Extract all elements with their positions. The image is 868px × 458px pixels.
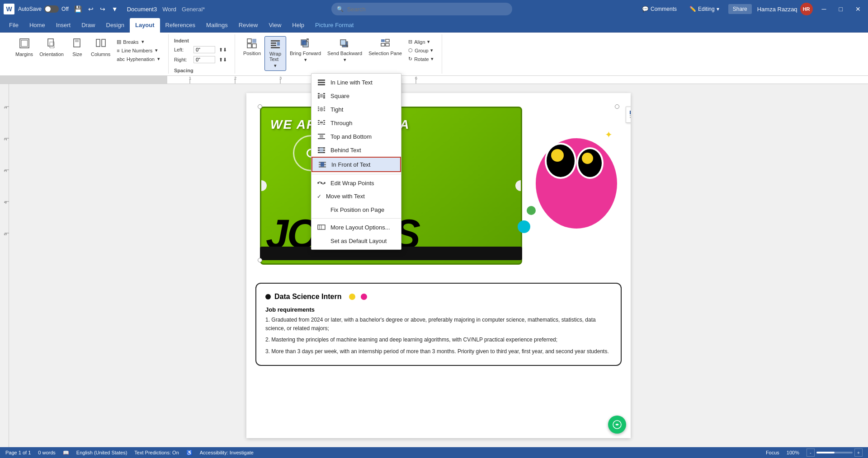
monster-character: ✦ — [513, 102, 622, 274]
margins-icon — [19, 38, 30, 51]
maximize-button[interactable]: □ — [835, 4, 846, 14]
menu-item-inline[interactable]: In Line with Text — [311, 75, 401, 89]
tab-layout[interactable]: Layout — [130, 18, 160, 33]
arrange-small-buttons: ⊟ Align ▾ ⬡ Group ▾ ↻ Rotate ▾ — [406, 36, 436, 63]
svg-rect-74 — [318, 120, 320, 121]
svg-rect-10 — [252, 39, 256, 43]
layout-options-float[interactable] — [626, 107, 631, 123]
wrap-text-button[interactable]: Wrap Text ▾ — [264, 36, 286, 71]
tab-file[interactable]: File — [4, 18, 24, 33]
accessibility-icon: ♿ — [186, 450, 193, 456]
menu-item-fixposition[interactable]: Fix Position on Page — [311, 203, 401, 216]
document-area[interactable]: WE ARE HIRING ✦ A JOIN US — [9, 84, 868, 447]
size-label: Size — [72, 51, 82, 57]
breaks-button[interactable]: ▤ Breaks ▾ — [114, 38, 163, 46]
tab-help[interactable]: Help — [287, 18, 310, 33]
language: English (United States) — [76, 450, 127, 455]
line-numbers-arrow: ▾ — [155, 47, 158, 53]
menu-item-moreoptions[interactable]: More Layout Options... — [311, 220, 401, 234]
send-backward-button[interactable]: Send Backward ▾ — [325, 36, 365, 65]
tab-references[interactable]: References — [160, 18, 201, 33]
svg-rect-53 — [630, 115, 631, 116]
tab-insert[interactable]: Insert — [51, 18, 76, 33]
share-button[interactable]: Share — [728, 4, 752, 14]
columns-button[interactable]: Columns — [88, 36, 113, 59]
autosave-toggle[interactable] — [44, 5, 59, 13]
zoom-controls: - + — [807, 449, 863, 457]
size-button[interactable]: Size — [67, 36, 87, 59]
svg-rect-8 — [102, 39, 105, 47]
selection-pane-button[interactable]: Selection Pane — [366, 36, 405, 58]
orientation-button[interactable]: Orientation — [37, 36, 66, 59]
more-options-icon — [317, 224, 326, 231]
align-button[interactable]: ⊟ Align ▾ — [406, 38, 436, 46]
infront-label: In Front of Text — [331, 161, 370, 168]
monster-eye-right — [545, 143, 576, 179]
minimize-button[interactable]: ─ — [818, 4, 830, 14]
menu-item-square[interactable]: Square — [311, 89, 401, 103]
job-title: Data Science Intern — [265, 293, 612, 301]
indent-left-input[interactable] — [193, 46, 215, 53]
save-button[interactable]: 💾 — [72, 5, 84, 14]
search-area[interactable]: 🔍 — [205, 3, 638, 15]
status-bar: Page 1 of 1 0 words 📖 English (United St… — [0, 447, 868, 458]
menu-item-tight[interactable]: Tight — [311, 103, 401, 116]
indent-right-input[interactable] — [193, 56, 215, 63]
svg-rect-80 — [320, 122, 323, 123]
focus-label[interactable]: Focus — [766, 450, 779, 455]
tab-home[interactable]: Home — [24, 18, 51, 33]
send-backward-label: Send Backward — [327, 51, 362, 56]
search-icon: 🔍 — [337, 6, 344, 12]
position-button[interactable]: Position — [241, 36, 264, 58]
bring-forward-button[interactable]: Bring Forward ▾ — [287, 36, 324, 65]
bring-forward-label: Bring Forward — [290, 51, 321, 56]
page-info: Page 1 of 1 — [5, 450, 31, 455]
menu-item-topbottom[interactable]: Top and Bottom — [311, 130, 401, 143]
group-button[interactable]: ⬡ Group ▾ — [406, 47, 436, 54]
editing-button[interactable]: ✏️ Editing ▾ — [686, 4, 723, 14]
menu-item-movetext[interactable]: ✓ Move with Text — [311, 190, 401, 203]
zoom-in-button[interactable]: + — [854, 449, 863, 457]
hyphenation-button[interactable]: abc Hyphenation ▾ — [114, 55, 163, 63]
undo-button[interactable]: ↩ — [86, 5, 95, 14]
align-icon: ⊟ — [408, 39, 412, 45]
comments-button[interactable]: 💬 Comments — [638, 4, 680, 14]
menu-item-behind[interactable]: Behind Text — [311, 143, 401, 157]
menu-item-setdefault[interactable]: Set as Default Layout — [311, 234, 401, 248]
inline-label: In Line with Text — [330, 79, 373, 86]
tab-draw[interactable]: Draw — [76, 18, 100, 33]
hyphenation-arrow: ▾ — [157, 56, 160, 62]
tab-review[interactable]: Review — [233, 18, 264, 33]
rotate-button[interactable]: ↻ Rotate ▾ — [406, 55, 436, 63]
indent-right-spin[interactable]: ⬆⬇ — [219, 57, 227, 63]
tab-view[interactable]: View — [263, 18, 287, 33]
accessibility-label: Accessibility: Investigate — [200, 450, 254, 455]
through-icon — [317, 119, 326, 126]
svg-point-93 — [321, 182, 322, 184]
zoom-out-button[interactable]: - — [807, 449, 815, 457]
indent-left-spin[interactable]: ⬆⬇ — [219, 47, 227, 53]
menu-item-infront[interactable]: In Front of Text — [311, 157, 401, 172]
tab-picture-format[interactable]: Picture Format — [310, 18, 359, 33]
wrap-text-dropdown: In Line with Text Square Tight Through T… — [311, 73, 401, 250]
zoom-slider[interactable] — [816, 452, 853, 453]
menu-item-editwrap[interactable]: Edit Wrap Points — [311, 176, 401, 190]
svg-rect-50 — [630, 111, 631, 114]
close-button[interactable]: ✕ — [852, 4, 864, 14]
grammarly-button[interactable] — [608, 416, 626, 434]
svg-rect-54 — [630, 117, 631, 118]
svg-rect-65 — [323, 97, 325, 98]
align-label: Align — [414, 39, 425, 45]
redo-button[interactable]: ↪ — [98, 5, 107, 14]
svg-rect-72 — [324, 110, 325, 111]
tab-mailings[interactable]: Mailings — [201, 18, 233, 33]
search-box[interactable]: 🔍 — [331, 3, 512, 15]
svg-rect-25 — [386, 39, 389, 42]
tab-design[interactable]: Design — [101, 18, 130, 33]
svg-rect-79 — [323, 124, 325, 125]
margins-button[interactable]: Margins — [13, 36, 36, 59]
search-input[interactable] — [347, 6, 507, 13]
line-numbers-button[interactable]: ≡ Line Numbers ▾ — [114, 47, 163, 54]
menu-item-through[interactable]: Through — [311, 116, 401, 130]
customize-qa-button[interactable]: ▼ — [110, 5, 120, 14]
